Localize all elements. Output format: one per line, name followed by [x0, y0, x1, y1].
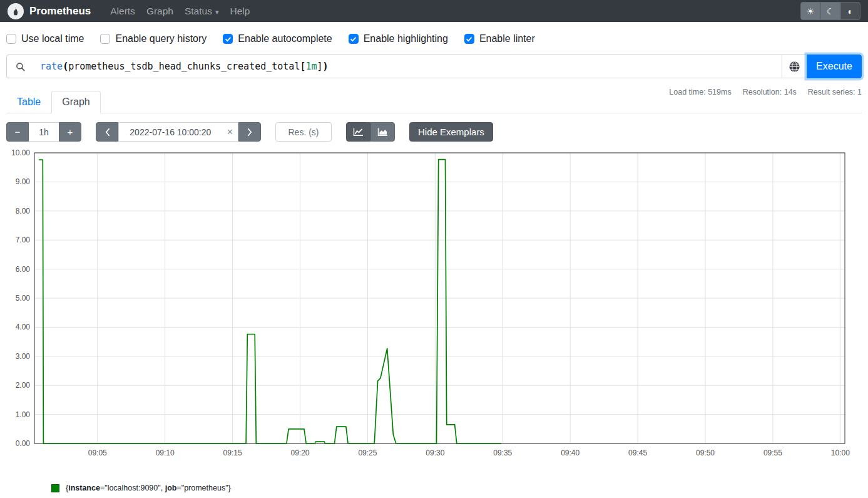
query-bar: rate(prometheus_tsdb_head_chunks_created… [6, 54, 862, 78]
nav-item-graph[interactable]: Graph [141, 1, 179, 21]
query-input[interactable]: rate(prometheus_tsdb_head_chunks_created… [34, 54, 782, 78]
tab-graph[interactable]: Graph [51, 91, 100, 113]
svg-text:0.00: 0.00 [16, 439, 31, 448]
svg-text:09:40: 09:40 [561, 449, 580, 457]
end-time-input[interactable] [119, 127, 222, 138]
svg-text:10.00: 10.00 [11, 149, 30, 157]
range-decrease-button[interactable]: − [6, 122, 29, 142]
chevron-right-icon [247, 128, 253, 137]
option-label: Enable query history [115, 33, 207, 44]
nav-item-help[interactable]: Help [224, 1, 255, 21]
svg-text:09:55: 09:55 [763, 449, 782, 457]
svg-text:10:00: 10:00 [831, 449, 850, 457]
option-enable-query-history[interactable]: Enable query history [100, 33, 207, 44]
navbar: Prometheus AlertsGraphStatus▾Help ☀☾◐ [0, 0, 868, 22]
checked-checkbox-icon[interactable] [223, 34, 233, 44]
graph-panel: 0.001.002.003.004.005.006.007.008.009.00… [5, 149, 868, 466]
svg-text:3.00: 3.00 [16, 352, 31, 361]
svg-text:09:20: 09:20 [290, 449, 309, 457]
theme-toggle-group: ☀☾◐ [800, 2, 860, 20]
line-graph-button[interactable] [346, 122, 370, 142]
svg-text:8.00: 8.00 [16, 207, 31, 215]
option-enable-linter[interactable]: Enable linter [464, 33, 535, 44]
tabs: TableGraph [6, 91, 101, 113]
hide-exemplars-button[interactable]: Hide Exemplars [409, 122, 493, 142]
stacked-chart-icon [377, 127, 388, 137]
globe-icon [789, 61, 800, 73]
svg-text:7.00: 7.00 [16, 236, 31, 244]
resolution-input[interactable] [275, 122, 332, 142]
checked-checkbox-icon[interactable] [464, 34, 474, 44]
svg-text:4.00: 4.00 [16, 323, 31, 331]
light-theme-button[interactable]: ☀ [800, 2, 820, 20]
svg-text:09:35: 09:35 [493, 449, 512, 457]
tab-table[interactable]: Table [6, 91, 51, 113]
tabs-row: TableGraph Load time: 519ms Resolution: … [6, 86, 862, 113]
unchecked-checkbox-icon[interactable] [100, 34, 110, 44]
legend-swatch [51, 484, 59, 492]
time-forward-button[interactable] [238, 122, 261, 142]
legend-label: {instance="localhost:9090", job="prometh… [66, 484, 231, 492]
svg-text:09:30: 09:30 [426, 449, 444, 457]
execute-button[interactable]: Execute [807, 54, 862, 78]
nav-item-alerts[interactable]: Alerts [105, 1, 141, 21]
brand-title[interactable]: Prometheus [29, 5, 91, 18]
nav-item-status[interactable]: Status▾ [179, 1, 224, 21]
line-chart-icon [353, 127, 364, 137]
svg-text:9.00: 9.00 [16, 177, 31, 186]
time-back-button[interactable] [96, 122, 118, 142]
range-increase-button[interactable]: + [59, 122, 81, 142]
auto-theme-button[interactable]: ◐ [840, 2, 860, 20]
load-time: Load time: 519ms [669, 88, 731, 96]
option-label: Use local time [21, 33, 84, 44]
range-control-group: − + [6, 122, 81, 142]
chart-legend: {instance="localhost:9090", job="prometh… [51, 484, 868, 492]
svg-text:09:45: 09:45 [628, 449, 647, 457]
dark-theme-button[interactable]: ☾ [820, 2, 840, 20]
chevron-down-icon: ▾ [215, 8, 219, 16]
search-icon [16, 62, 25, 71]
resolution: Resolution: 14s [743, 88, 797, 96]
query-options: Use local timeEnable query historyEnable… [0, 22, 868, 44]
option-label: Enable highlighting [364, 33, 448, 44]
svg-text:09:25: 09:25 [358, 449, 377, 457]
svg-text:09:50: 09:50 [696, 449, 715, 457]
time-control-group: × [96, 122, 261, 142]
unchecked-checkbox-icon[interactable] [6, 34, 16, 44]
svg-text:5.00: 5.00 [16, 294, 31, 303]
graph-type-group [346, 122, 395, 142]
svg-text:1.00: 1.00 [16, 410, 31, 419]
svg-text:09:05: 09:05 [88, 449, 107, 457]
query-stats: Load time: 519ms Resolution: 14s Result … [669, 88, 862, 96]
query-expression: rate(prometheus_tsdb_head_chunks_created… [40, 61, 329, 72]
range-input[interactable] [29, 122, 59, 142]
stacked-graph-button[interactable] [370, 122, 395, 142]
time-series-chart[interactable]: 0.001.002.003.004.005.006.007.008.009.00… [5, 149, 851, 464]
legend-item[interactable]: {instance="localhost:9090", job="prometh… [51, 484, 868, 492]
option-enable-highlighting[interactable]: Enable highlighting [349, 33, 448, 44]
chevron-left-icon [105, 128, 110, 137]
dark-theme-icon: ☾ [827, 6, 835, 16]
option-enable-autocomplete[interactable]: Enable autocomplete [223, 33, 332, 44]
auto-theme-icon: ◐ [848, 6, 853, 16]
search-addon [6, 54, 34, 78]
graph-controls: − + × [6, 122, 868, 142]
clear-time-icon[interactable]: × [222, 127, 238, 138]
svg-text:09:15: 09:15 [223, 449, 242, 457]
flame-icon [11, 6, 21, 16]
metrics-explorer-button[interactable] [782, 54, 807, 78]
option-label: Enable autocomplete [238, 33, 332, 44]
end-time-field: × [118, 122, 238, 142]
option-label: Enable linter [479, 33, 535, 44]
result-series: Result series: 1 [808, 88, 862, 96]
svg-text:2.00: 2.00 [16, 381, 31, 390]
svg-text:6.00: 6.00 [16, 265, 31, 274]
navbar-links: AlertsGraphStatus▾Help [105, 1, 255, 21]
svg-text:09:10: 09:10 [156, 449, 175, 457]
option-use-local-time[interactable]: Use local time [6, 33, 84, 44]
light-theme-icon: ☀ [807, 6, 815, 16]
prometheus-logo-icon[interactable] [8, 3, 24, 19]
checked-checkbox-icon[interactable] [349, 34, 359, 44]
